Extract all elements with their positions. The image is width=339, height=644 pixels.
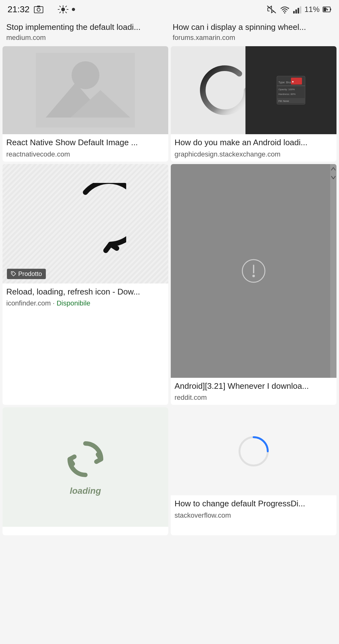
svg-rect-30 — [277, 85, 305, 86]
prev-right-title: How can i display a spinning wheel... — [173, 22, 333, 33]
mountain-placeholder-svg — [36, 53, 135, 128]
mute-icon — [267, 5, 276, 14]
grid-item-6-caption: How to change default ProgressDi... — [171, 495, 336, 510]
grid-item-6-title: How to change default ProgressDi... — [175, 498, 333, 509]
grid-item-4-image — [171, 164, 336, 378]
svg-line-9 — [66, 12, 67, 13]
grid-row-3: loading How to change default Pr — [0, 407, 339, 538]
grid-item-5-image: loading — [3, 407, 168, 527]
gray-screen — [171, 164, 336, 378]
grid-item-3-domain-available: Disponibile — [56, 299, 90, 307]
grid-item-4-caption: Android][3.21] Whenever I downloa... — [171, 378, 336, 393]
loading-arrows-svg — [60, 437, 110, 478]
svg-rect-16 — [293, 11, 295, 14]
grid-item-6[interactable]: How to change default ProgressDi... stac… — [171, 407, 336, 535]
svg-point-40 — [252, 275, 255, 277]
results-grid: React Native Show Default Image ... reac… — [0, 46, 339, 538]
grid-item-2-title: How do you make an Android loadi... — [175, 137, 333, 148]
weather-icon — [58, 5, 68, 14]
status-bar: 21:32 — [0, 0, 339, 19]
prev-results: Stop implementing the default loadi... m… — [0, 19, 339, 46]
grid-item-6-domain: stackoverflow.com — [171, 511, 336, 523]
progress-circle-svg — [235, 432, 272, 470]
grid-item-2[interactable]: Type: Brush Opacity: 100% Hardness: 80% … — [171, 46, 336, 162]
error-circle-svg — [241, 258, 266, 283]
svg-line-8 — [60, 6, 61, 7]
grid-item-1-caption: React Native Show Default Image ... — [3, 134, 168, 149]
moon-icon — [46, 5, 55, 14]
loading-image: loading — [3, 407, 168, 527]
svg-rect-21 — [324, 8, 326, 11]
svg-rect-22 — [330, 8, 331, 10]
grid-item-1[interactable]: React Native Show Default Image ... reac… — [3, 46, 168, 162]
progress-image — [171, 407, 336, 495]
svg-point-14 — [284, 12, 285, 14]
loading-text-svg: loading — [60, 484, 110, 497]
grid-item-4[interactable]: Android][3.21] Whenever I downloa... red… — [171, 164, 336, 405]
svg-point-12 — [72, 8, 75, 11]
prev-left-title: Stop implementing the default loadi... — [6, 22, 166, 33]
grid-row-1: React Native Show Default Image ... reac… — [0, 46, 339, 164]
svg-point-37 — [12, 272, 13, 273]
svg-text:Hardness: 80%: Hardness: 80% — [278, 93, 296, 96]
svg-text:●: ● — [292, 80, 294, 83]
prev-right-domain: forums.xamarin.com — [173, 34, 333, 42]
svg-text:+: + — [288, 6, 289, 10]
spinner-panel-svg: Type: Brush Opacity: 100% Hardness: 80% … — [272, 71, 310, 109]
spinner-dark-panel: Type: Brush Opacity: 100% Hardness: 80% … — [245, 46, 336, 134]
prev-left-domain: medium.com — [6, 34, 166, 42]
grid-item-1-domain: reactnativecode.com — [3, 150, 168, 162]
reload-image: Prodotto — [3, 164, 168, 283]
placeholder-image — [3, 46, 168, 134]
grid-item-1-title: React Native Show Default Image ... — [6, 137, 164, 148]
battery-icon — [323, 6, 331, 13]
spinner-image: Type: Brush Opacity: 100% Hardness: 80% … — [171, 46, 336, 134]
status-time: 21:32 — [8, 4, 30, 14]
wifi-icon: + — [279, 5, 290, 14]
grid-item-5[interactable]: loading — [3, 407, 168, 535]
status-icons — [34, 5, 75, 14]
grid-item-3-title: Reload, loading, refresh icon - Dow... — [6, 287, 164, 297]
svg-rect-0 — [34, 7, 43, 13]
grid-row-2: Prodotto Reload, loading, refresh icon -… — [0, 164, 339, 408]
svg-rect-17 — [295, 9, 297, 14]
grid-item-2-domain: graphicdesign.stackexchange.com — [171, 150, 336, 162]
grid-item-3-domain-dot: · — [53, 299, 56, 307]
status-left: 21:32 — [8, 4, 75, 14]
svg-line-10 — [66, 6, 67, 7]
svg-text:Fill: None: Fill: None — [278, 100, 289, 102]
svg-point-3 — [61, 8, 65, 11]
svg-rect-18 — [298, 8, 299, 14]
tag-icon — [11, 271, 16, 277]
grid-item-2-caption: How do you make an Android loadi... — [171, 134, 336, 149]
grid-item-1-image — [3, 46, 168, 134]
prev-result-right[interactable]: How can i display a spinning wheel... fo… — [173, 22, 333, 42]
prodotto-label: Prodotto — [18, 270, 42, 278]
signal-icon — [293, 5, 301, 14]
reload-svg — [45, 183, 126, 265]
grid-item-3[interactable]: Prodotto Reload, loading, refresh icon -… — [3, 164, 168, 405]
grid-item-6-image — [171, 407, 336, 495]
grid-item-3-caption: Reload, loading, refresh icon - Dow... — [3, 283, 168, 299]
svg-line-11 — [60, 12, 61, 13]
svg-text:loading: loading — [70, 486, 101, 496]
scroll-up-icon — [331, 166, 336, 172]
gray-scrollbar — [330, 164, 336, 378]
scroll-down-icon — [331, 175, 336, 180]
svg-point-27 — [203, 68, 247, 112]
spinner-svg — [196, 62, 253, 118]
grid-item-3-image: Prodotto — [3, 164, 168, 283]
dot-icon — [72, 8, 75, 11]
prodotto-badge: Prodotto — [7, 269, 46, 279]
grid-item-3-domain: iconfinder.com · Disponibile — [3, 299, 168, 311]
grid-item-4-title: Android][3.21] Whenever I downloa... — [175, 381, 333, 392]
grid-item-4-domain: reddit.com — [171, 394, 336, 405]
svg-rect-2 — [37, 6, 40, 7]
battery-text: 11% — [304, 5, 320, 14]
grid-item-2-image: Type: Brush Opacity: 100% Hardness: 80% … — [171, 46, 336, 134]
status-right: + 11% — [267, 5, 331, 14]
photo-icon — [34, 5, 43, 14]
svg-point-1 — [37, 8, 40, 11]
grid-item-5-caption — [3, 527, 168, 531]
prev-result-left[interactable]: Stop implementing the default loadi... m… — [6, 22, 166, 42]
